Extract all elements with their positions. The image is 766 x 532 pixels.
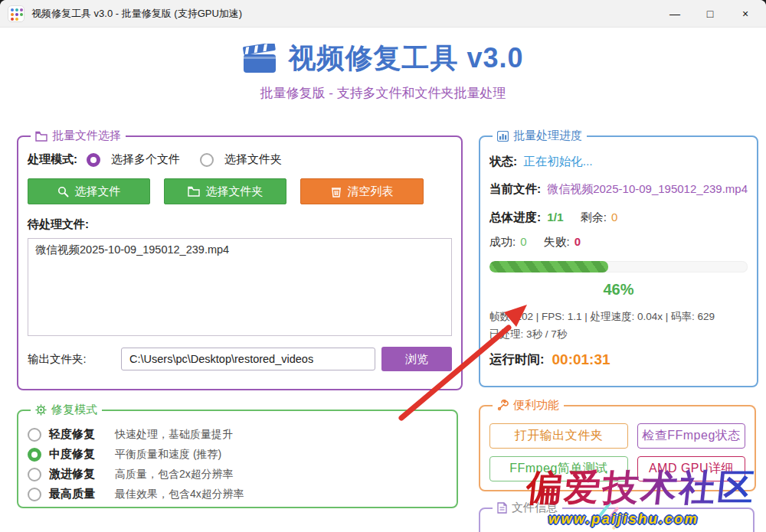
maximize-button[interactable]: □: [692, 0, 728, 28]
panel-progress-legend: 批量处理进度: [493, 129, 587, 143]
output-folder-row: 输出文件夹: 浏览: [28, 347, 452, 371]
titlebar: 视频修复工具 v3.0 - 批量修复版 (支持GPU加速) — □ ×: [0, 0, 766, 28]
folder-icon: [188, 186, 200, 197]
header: 视频修复工具 v3.0 批量修复版 - 支持多文件和文件夹批量处理: [0, 28, 766, 102]
minimize-button[interactable]: —: [657, 0, 692, 28]
select-folder-button[interactable]: 选择文件夹: [164, 178, 286, 204]
folder-icon: [35, 131, 47, 142]
overall-value: 1/1: [547, 211, 564, 224]
watermark-text: 偏爱技术社区: [524, 464, 759, 512]
repair-option-best[interactable]: 最高质量 最佳效果，包含4x超分辨率: [28, 487, 447, 501]
progress-percent: 46%: [489, 281, 748, 299]
repair-option-light[interactable]: 轻度修复 快速处理，基础质量提升: [28, 427, 447, 442]
page-title: 视频修复工具 v3.0: [288, 40, 523, 77]
remaining-label: 剩余:: [581, 211, 607, 225]
progress-bar: [489, 261, 748, 273]
failed-label: 失败:: [544, 235, 570, 250]
select-files-button[interactable]: 选择文件: [28, 178, 150, 204]
panel-repair-mode-legend: 修复模式: [31, 403, 102, 417]
file-buttons-row: 选择文件 选择文件夹 清空列表: [28, 178, 452, 204]
radio-multi-files[interactable]: [87, 153, 100, 167]
bar-chart-icon: [497, 131, 509, 142]
panel-progress: 批量处理进度 状态: 正在初始化... 当前文件: 微信视频2025-10-09…: [479, 129, 758, 387]
panel-utilities-legend: 便利功能: [493, 398, 564, 413]
output-folder-input[interactable]: [121, 348, 375, 370]
success-value: 0: [520, 235, 526, 248]
trash-icon: [331, 186, 342, 197]
mode-row: 处理模式: 选择多个文件 选择文件夹: [28, 152, 452, 167]
open-output-folder-button[interactable]: 打开输出文件夹: [489, 423, 628, 449]
radio-folder[interactable]: [200, 153, 214, 167]
close-button[interactable]: ×: [728, 0, 763, 28]
radio-multi-files-label[interactable]: 选择多个文件: [111, 152, 180, 167]
radio-folder-label[interactable]: 选择文件夹: [224, 152, 282, 167]
document-icon: [497, 502, 507, 514]
overall-label: 总体进度:: [489, 210, 541, 226]
success-failed-row: 成功: 0 失败: 0: [489, 235, 748, 250]
panel-repair-mode: 修复模式 轻度修复 快速处理，基础质量提升 中度修复 平衡质量和速度 (推荐) …: [17, 403, 458, 508]
page-subtitle: 批量修复版 - 支持多文件和文件夹批量处理: [0, 84, 766, 102]
processed-line: 已处理: 3秒 / 7秒: [489, 328, 748, 341]
radio-medium[interactable]: [28, 448, 41, 462]
success-label: 成功:: [489, 235, 516, 250]
runtime-row: 运行时间: 00:01:31: [489, 351, 748, 368]
radio-light[interactable]: [28, 428, 41, 442]
repair-option-medium[interactable]: 中度修复 平衡质量和速度 (推荐): [28, 447, 447, 462]
runtime-value: 00:01:31: [552, 351, 611, 368]
clapperboard-icon: [242, 44, 277, 74]
magnifier-icon: [57, 186, 69, 197]
stats-line: 帧数: 102 | FPS: 1.1 | 处理速度: 0.04x | 码率: 6…: [489, 310, 748, 324]
remaining-value: 0: [611, 211, 617, 224]
panel-file-selection-legend: 批量文件选择: [31, 129, 126, 143]
pending-files-label: 待处理文件:: [28, 217, 452, 232]
window-title: 视频修复工具 v3.0 - 批量修复版 (支持GPU加速): [31, 7, 654, 21]
current-file-row: 当前文件: 微信视频2025-10-09_195012_239.mp4: [489, 181, 748, 197]
current-file-label: 当前文件:: [489, 181, 541, 197]
browse-button[interactable]: 浏览: [381, 347, 452, 371]
clear-list-button[interactable]: 清空列表: [300, 178, 424, 204]
status-value: 正在初始化...: [523, 154, 592, 170]
check-ffmpeg-button[interactable]: 检查FFmpeg状态: [637, 423, 745, 449]
current-file-value: 微信视频2025-10-09_195012_239.mp4: [547, 182, 748, 197]
radio-best[interactable]: [28, 488, 41, 501]
wrench-icon: [497, 400, 509, 411]
panel-file-selection: 批量文件选择 处理模式: 选择多个文件 选择文件夹 选择文件 选择文件夹: [17, 129, 463, 390]
app-logo-icon: [8, 5, 25, 22]
radio-aggressive[interactable]: [28, 468, 41, 481]
progress-fill: [489, 261, 608, 273]
file-list[interactable]: 微信视频2025-10-09_195012_239.mp4: [28, 238, 452, 336]
failed-value: 0: [574, 235, 581, 248]
runtime-label: 运行时间:: [489, 351, 545, 368]
status-row: 状态: 正在初始化...: [489, 154, 748, 170]
watermark-url: www.paijishu.com: [548, 511, 699, 527]
repair-option-aggressive[interactable]: 激进修复 高质量，包含2x超分辨率: [28, 467, 447, 481]
output-folder-label: 输出文件夹:: [28, 352, 121, 367]
status-label: 状态:: [489, 154, 517, 170]
file-list-item[interactable]: 微信视频2025-10-09_195012_239.mp4: [35, 243, 444, 257]
overall-progress-row: 总体进度: 1/1 剩余: 0: [489, 210, 748, 226]
mode-label: 处理模式:: [28, 152, 77, 167]
app-window: 视频修复工具 v3.0 - 批量修复版 (支持GPU加速) — □ ×: [0, 0, 766, 532]
gear-icon: [35, 404, 47, 416]
